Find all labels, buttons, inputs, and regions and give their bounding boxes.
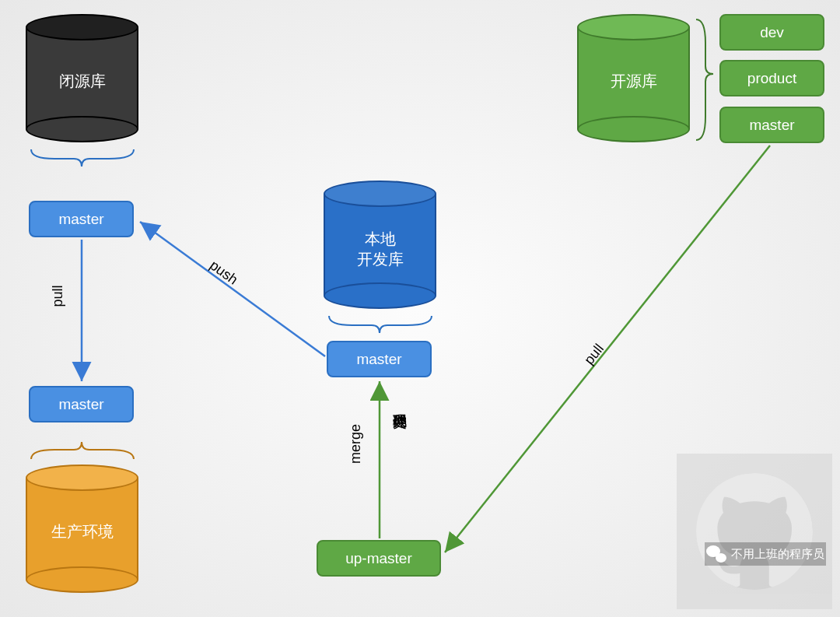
cylinder-local-repo: 本地 开发库 [324, 181, 436, 309]
box-closed-master: master [29, 201, 134, 237]
github-icon [696, 473, 813, 590]
box-open-dev: dev [719, 14, 824, 51]
prod-master-label: master [58, 396, 103, 413]
edge-label-push: push [207, 258, 241, 289]
closed-master-label: master [58, 211, 103, 228]
open-master-label: master [749, 117, 794, 134]
box-up-master: up-master [317, 540, 441, 577]
github-watermark [677, 454, 832, 609]
box-open-product: product [719, 60, 824, 96]
up-master-label: up-master [345, 550, 412, 567]
box-prod-master: master [29, 386, 134, 422]
svg-line-2 [140, 222, 325, 356]
cylinder-prod-env: 生产环境 [26, 465, 138, 593]
box-open-master: master [719, 107, 824, 143]
open-repo-label: 开源库 [577, 70, 690, 90]
local-repo-label: 本地 开发库 [324, 229, 436, 269]
wechat-icon [706, 545, 726, 563]
local-master-label: master [356, 351, 401, 368]
box-local-master: master [327, 341, 432, 377]
closed-repo-label: 闭源库 [26, 70, 138, 90]
cylinder-closed-repo: 闭源库 [26, 14, 138, 142]
wechat-watermark: 不用上班的程序员 [705, 542, 826, 566]
cylinder-open-repo: 开源库 [577, 14, 690, 142]
edge-label-pull-closed: pull [50, 285, 66, 307]
prod-env-label: 生产环境 [26, 521, 138, 541]
edge-label-pull-open: pull [581, 341, 607, 368]
wechat-text: 不用上班的程序员 [731, 547, 824, 562]
open-dev-label: dev [760, 24, 784, 41]
open-product-label: product [747, 70, 796, 87]
edge-label-merge: merge [348, 424, 364, 464]
